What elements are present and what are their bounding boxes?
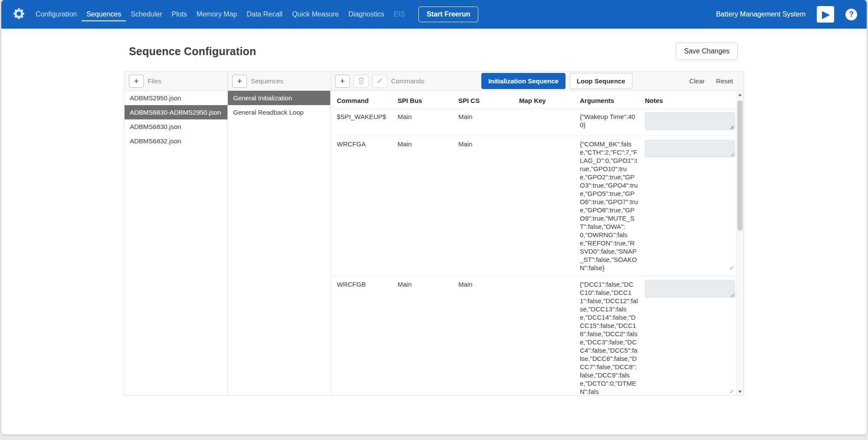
cell-spi-cs: Main [458, 112, 519, 132]
nav-item-plots[interactable]: Plots [167, 8, 192, 21]
nav-bar: Configuration Sequences Scheduler Plots … [1, 0, 867, 29]
file-item[interactable]: ADBMS6832.json [125, 134, 227, 148]
sequences-panel-header: + Sequences [228, 72, 330, 91]
sequences-panel: + Sequences General Initialization Gener… [228, 72, 331, 395]
cell-notes [645, 140, 735, 272]
plus-icon: + [340, 77, 345, 85]
edit-command-button[interactable] [372, 75, 387, 88]
scroll-up-icon [738, 93, 742, 96]
plus-icon: + [237, 77, 242, 85]
loop-sequence-button[interactable]: Loop Sequence [570, 73, 632, 89]
files-list: ADBMS2950.json ADBMS6830-ADBMS2950.json … [125, 91, 227, 148]
sequence-item[interactable]: General Readback Loop [228, 105, 330, 119]
cell-spi-bus: Main [398, 112, 458, 132]
commands-panel-title: Commands [391, 77, 424, 85]
delete-command-button[interactable] [354, 75, 368, 88]
files-panel-title: Files [148, 77, 161, 85]
table-row: WRCFGA Main Main {"COMM_BK":false,"CTH":… [331, 136, 736, 276]
pencil-icon [377, 77, 383, 85]
run-button[interactable]: ▶ [817, 6, 834, 23]
save-changes-button[interactable]: Save Changes [676, 43, 738, 60]
column-header-notes: Notes [645, 97, 733, 104]
initialization-sequence-button[interactable]: Initialization Sequence [481, 73, 566, 89]
trash-icon [358, 77, 365, 86]
sequences-panel-title: Sequences [251, 77, 283, 85]
column-header-spi-bus: SPI Bus [398, 97, 458, 104]
command-actions: Clear Reset [689, 77, 739, 85]
cell-notes [645, 112, 735, 132]
reset-button[interactable]: Reset [716, 77, 733, 85]
nav-item-memory-map[interactable]: Memory Map [192, 8, 242, 21]
gear-icon [12, 7, 26, 22]
nav-item-quick-measure[interactable]: Quick Measure [287, 8, 344, 21]
notes-input[interactable] [645, 140, 735, 157]
table-row: WRCFGB Main Main {"DCC1":false,"DCC10":f… [331, 276, 736, 395]
sequence-type-toggle: Initialization Sequence Loop Sequence [481, 73, 632, 89]
cell-command: $SPI_WAKEUP$ [337, 112, 398, 132]
brand-title: Battery Management System [716, 10, 806, 18]
page-title: Sequence Configuration [129, 45, 256, 58]
file-item[interactable]: ADBMS6830.json [125, 119, 227, 134]
scroll-up-button[interactable] [736, 91, 743, 98]
play-icon: ▶ [822, 9, 830, 20]
help-button[interactable]: ? [845, 9, 857, 20]
add-command-button[interactable]: + [335, 75, 350, 88]
commands-table-header: Command SPI Bus SPI CS Map Key Arguments… [331, 91, 736, 108]
table-row: $SPI_WAKEUP$ Main Main {"Wakeup Time":40… [331, 108, 736, 136]
nav-item-scheduler[interactable]: Scheduler [126, 8, 167, 21]
cell-arguments: {"COMM_BK":false,"CTH":2,"FC":7,"FLAG_D"… [580, 140, 645, 272]
start-freerun-button[interactable]: Start Freerun [418, 7, 478, 22]
sequence-config-panels: + Files ADBMS2950.json ADBMS6830-ADBMS29… [124, 71, 744, 396]
cell-command: WRCFGA [337, 140, 398, 272]
sequence-item-selected[interactable]: General Initialization [228, 91, 330, 105]
plus-icon: + [134, 77, 138, 85]
cell-map-key [519, 140, 580, 272]
cell-map-key [519, 280, 580, 395]
add-sequence-button[interactable]: + [232, 75, 247, 88]
commands-panel-header: + [331, 72, 743, 91]
page-header: Sequence Configuration Save Changes [124, 29, 744, 71]
cell-command: WRCFGB [337, 280, 398, 395]
add-file-button[interactable]: + [129, 75, 144, 88]
files-panel-header: + Files [125, 72, 227, 91]
cell-arguments: {"DCC1":false,"DCC10":false,"DCC11":fals… [580, 280, 645, 395]
notes-input[interactable] [645, 112, 735, 130]
cell-spi-cs: Main [458, 140, 519, 272]
column-header-arguments: Arguments [580, 97, 645, 104]
clear-button[interactable]: Clear [689, 77, 705, 85]
nav-links: Configuration Sequences Scheduler Plots … [31, 0, 410, 29]
settings-button[interactable] [10, 6, 27, 23]
page-content: Sequence Configuration Save Changes + Fi… [124, 29, 744, 396]
column-header-command: Command [337, 97, 398, 104]
scroll-down-button[interactable] [736, 388, 743, 395]
file-item[interactable]: ADBMS2950.json [125, 91, 227, 105]
commands-scrollbar[interactable] [736, 91, 743, 395]
nav-item-data-recall[interactable]: Data Recall [242, 8, 287, 21]
scroll-down-icon [738, 390, 742, 393]
commands-table: Command SPI Bus SPI CS Map Key Arguments… [331, 91, 736, 395]
cell-spi-bus: Main [398, 280, 458, 395]
cell-map-key [519, 112, 580, 132]
cell-arguments: {"Wakeup Time":400} [580, 112, 645, 132]
app-window: Configuration Sequences Scheduler Plots … [1, 0, 867, 435]
nav-item-eis[interactable]: EIS [389, 8, 410, 21]
nav-item-configuration[interactable]: Configuration [31, 8, 82, 21]
cell-spi-cs: Main [458, 280, 519, 395]
sequences-list: General Initialization General Readback … [228, 91, 330, 119]
nav-item-sequences[interactable]: Sequences [82, 8, 126, 21]
notes-input[interactable] [645, 280, 735, 298]
cell-spi-bus: Main [398, 140, 458, 272]
scroll-thumb[interactable] [737, 100, 743, 231]
files-panel: + Files ADBMS2950.json ADBMS6830-ADBMS29… [125, 72, 228, 395]
cell-notes [645, 280, 735, 395]
column-header-map-key: Map Key [519, 97, 580, 104]
question-mark-icon: ? [849, 10, 854, 19]
nav-item-diagnostics[interactable]: Diagnostics [344, 8, 389, 21]
file-item-selected[interactable]: ADBMS6830-ADBMS2950.json [125, 105, 227, 119]
column-header-spi-cs: SPI CS [458, 97, 519, 104]
commands-panel: + [331, 72, 743, 395]
